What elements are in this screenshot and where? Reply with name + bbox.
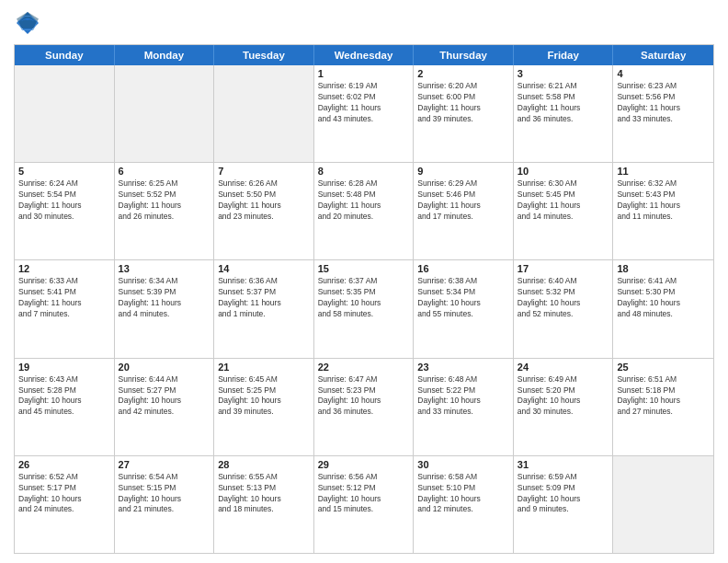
day-number: 28 [218, 459, 310, 470]
day-number: 10 [518, 166, 609, 177]
page: SundayMondayTuesdayWednesdayThursdayFrid… [0, 0, 728, 563]
cell-info: Sunrise: 6:37 AM Sunset: 5:35 PM Dayligh… [318, 276, 410, 320]
weekday-header-monday: Monday [115, 45, 215, 65]
cell-info: Sunrise: 6:38 AM Sunset: 5:34 PM Dayligh… [417, 276, 509, 320]
cell-info: Sunrise: 6:44 AM Sunset: 5:27 PM Dayligh… [119, 374, 210, 419]
calendar-cell: 3Sunrise: 6:21 AM Sunset: 5:58 PM Daylig… [514, 65, 614, 162]
calendar-cell: 9Sunrise: 6:29 AM Sunset: 5:46 PM Daylig… [414, 163, 514, 259]
cell-info: Sunrise: 6:56 AM Sunset: 5:12 PM Dayligh… [318, 472, 410, 516]
cell-info: Sunrise: 6:28 AM Sunset: 5:48 PM Dayligh… [318, 178, 410, 223]
cell-info: Sunrise: 6:23 AM Sunset: 5:56 PM Dayligh… [617, 81, 710, 125]
cell-info: Sunrise: 6:24 AM Sunset: 5:54 PM Dayligh… [18, 178, 110, 223]
calendar-cell: 22Sunrise: 6:47 AM Sunset: 5:23 PM Dayli… [314, 359, 415, 455]
calendar-row-0: 1Sunrise: 6:19 AM Sunset: 6:02 PM Daylig… [15, 65, 713, 163]
weekday-header-tuesday: Tuesday [214, 45, 314, 65]
calendar-cell: 1Sunrise: 6:19 AM Sunset: 6:02 PM Daylig… [314, 65, 415, 162]
day-number: 25 [617, 362, 710, 373]
calendar-cell: 7Sunrise: 6:26 AM Sunset: 5:50 PM Daylig… [214, 163, 314, 259]
day-number: 3 [518, 68, 609, 79]
cell-info: Sunrise: 6:25 AM Sunset: 5:52 PM Dayligh… [119, 178, 210, 223]
calendar-cell [15, 65, 115, 162]
logo-icon [14, 9, 41, 37]
calendar-cell: 16Sunrise: 6:38 AM Sunset: 5:34 PM Dayli… [414, 260, 514, 357]
cell-info: Sunrise: 6:45 AM Sunset: 5:25 PM Dayligh… [218, 374, 310, 419]
day-number: 6 [119, 166, 210, 177]
cell-info: Sunrise: 6:36 AM Sunset: 5:37 PM Dayligh… [218, 276, 310, 320]
cell-info: Sunrise: 6:29 AM Sunset: 5:46 PM Dayligh… [417, 178, 509, 223]
cell-info: Sunrise: 6:40 AM Sunset: 5:32 PM Dayligh… [518, 276, 609, 320]
weekday-header-friday: Friday [514, 45, 614, 65]
calendar-cell: 2Sunrise: 6:20 AM Sunset: 6:00 PM Daylig… [414, 65, 514, 162]
day-number: 14 [218, 263, 310, 274]
calendar-cell: 13Sunrise: 6:34 AM Sunset: 5:39 PM Dayli… [115, 260, 215, 357]
day-number: 2 [417, 68, 509, 79]
calendar-row-3: 19Sunrise: 6:43 AM Sunset: 5:28 PM Dayli… [15, 359, 713, 456]
day-number: 8 [318, 166, 410, 177]
calendar-cell: 27Sunrise: 6:54 AM Sunset: 5:15 PM Dayli… [115, 456, 215, 553]
calendar-cell [613, 456, 713, 553]
cell-info: Sunrise: 6:49 AM Sunset: 5:20 PM Dayligh… [518, 374, 609, 419]
day-number: 5 [18, 166, 110, 177]
day-number: 20 [119, 362, 210, 373]
calendar-cell: 23Sunrise: 6:48 AM Sunset: 5:22 PM Dayli… [414, 359, 514, 455]
cell-info: Sunrise: 6:30 AM Sunset: 5:45 PM Dayligh… [518, 178, 609, 223]
day-number: 15 [318, 263, 410, 274]
cell-info: Sunrise: 6:19 AM Sunset: 6:02 PM Dayligh… [318, 81, 410, 125]
cell-info: Sunrise: 6:20 AM Sunset: 6:00 PM Dayligh… [417, 81, 509, 125]
cell-info: Sunrise: 6:48 AM Sunset: 5:22 PM Dayligh… [417, 374, 509, 419]
day-number: 7 [218, 166, 310, 177]
day-number: 31 [518, 459, 609, 470]
calendar-cell: 4Sunrise: 6:23 AM Sunset: 5:56 PM Daylig… [613, 65, 713, 162]
day-number: 11 [617, 166, 710, 177]
day-number: 21 [218, 362, 310, 373]
day-number: 30 [417, 459, 509, 470]
calendar-body: 1Sunrise: 6:19 AM Sunset: 6:02 PM Daylig… [15, 65, 713, 553]
calendar-cell: 31Sunrise: 6:59 AM Sunset: 5:09 PM Dayli… [514, 456, 614, 553]
cell-info: Sunrise: 6:54 AM Sunset: 5:15 PM Dayligh… [119, 472, 210, 516]
cell-info: Sunrise: 6:21 AM Sunset: 5:58 PM Dayligh… [518, 81, 609, 125]
day-number: 17 [518, 263, 609, 274]
calendar-cell: 24Sunrise: 6:49 AM Sunset: 5:20 PM Dayli… [514, 359, 614, 455]
cell-info: Sunrise: 6:26 AM Sunset: 5:50 PM Dayligh… [218, 178, 310, 223]
calendar-cell: 17Sunrise: 6:40 AM Sunset: 5:32 PM Dayli… [514, 260, 614, 357]
day-number: 16 [417, 263, 509, 274]
cell-info: Sunrise: 6:51 AM Sunset: 5:18 PM Dayligh… [617, 374, 710, 419]
calendar-row-1: 5Sunrise: 6:24 AM Sunset: 5:54 PM Daylig… [15, 163, 713, 260]
logo [14, 9, 45, 37]
day-number: 26 [18, 459, 110, 470]
calendar-cell [214, 65, 314, 162]
calendar-cell [115, 65, 215, 162]
cell-info: Sunrise: 6:43 AM Sunset: 5:28 PM Dayligh… [18, 374, 110, 419]
calendar-row-2: 12Sunrise: 6:33 AM Sunset: 5:41 PM Dayli… [15, 260, 713, 358]
calendar-cell: 26Sunrise: 6:52 AM Sunset: 5:17 PM Dayli… [15, 456, 115, 553]
day-number: 29 [318, 459, 410, 470]
weekday-header-wednesday: Wednesday [314, 45, 415, 65]
day-number: 18 [617, 263, 710, 274]
day-number: 27 [119, 459, 210, 470]
cell-info: Sunrise: 6:52 AM Sunset: 5:17 PM Dayligh… [18, 472, 110, 516]
calendar-header: SundayMondayTuesdayWednesdayThursdayFrid… [15, 45, 713, 65]
cell-info: Sunrise: 6:33 AM Sunset: 5:41 PM Dayligh… [18, 276, 110, 320]
calendar-row-4: 26Sunrise: 6:52 AM Sunset: 5:17 PM Dayli… [15, 456, 713, 553]
cell-info: Sunrise: 6:55 AM Sunset: 5:13 PM Dayligh… [218, 472, 310, 516]
calendar-cell: 30Sunrise: 6:58 AM Sunset: 5:10 PM Dayli… [414, 456, 514, 553]
header [14, 9, 714, 37]
day-number: 19 [18, 362, 110, 373]
day-number: 23 [417, 362, 509, 373]
cell-info: Sunrise: 6:32 AM Sunset: 5:43 PM Dayligh… [617, 178, 710, 223]
cell-info: Sunrise: 6:34 AM Sunset: 5:39 PM Dayligh… [119, 276, 210, 320]
calendar-cell: 10Sunrise: 6:30 AM Sunset: 5:45 PM Dayli… [514, 163, 614, 259]
calendar-cell: 28Sunrise: 6:55 AM Sunset: 5:13 PM Dayli… [214, 456, 314, 553]
calendar-cell: 18Sunrise: 6:41 AM Sunset: 5:30 PM Dayli… [613, 260, 713, 357]
day-number: 24 [518, 362, 609, 373]
cell-info: Sunrise: 6:41 AM Sunset: 5:30 PM Dayligh… [617, 276, 710, 320]
weekday-header-sunday: Sunday [15, 45, 115, 65]
cell-info: Sunrise: 6:59 AM Sunset: 5:09 PM Dayligh… [518, 472, 609, 516]
day-number: 1 [318, 68, 410, 79]
weekday-header-thursday: Thursday [414, 45, 514, 65]
calendar: SundayMondayTuesdayWednesdayThursdayFrid… [14, 44, 714, 554]
calendar-cell: 12Sunrise: 6:33 AM Sunset: 5:41 PM Dayli… [15, 260, 115, 357]
calendar-cell: 11Sunrise: 6:32 AM Sunset: 5:43 PM Dayli… [613, 163, 713, 259]
calendar-cell: 19Sunrise: 6:43 AM Sunset: 5:28 PM Dayli… [15, 359, 115, 455]
calendar-cell: 25Sunrise: 6:51 AM Sunset: 5:18 PM Dayli… [613, 359, 713, 455]
